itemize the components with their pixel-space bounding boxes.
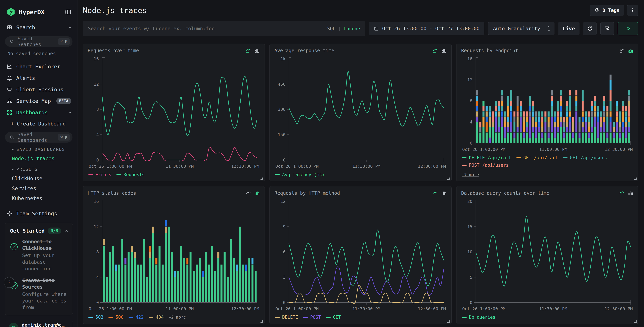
legend-item[interactable]: 503 (88, 315, 104, 320)
line-view-icon[interactable] (246, 48, 251, 53)
svg-text:Oct 26 1:00:00 PM: Oct 26 1:00:00 PM (89, 164, 132, 169)
saved-searches-input[interactable]: Saved Searches ⌘ K (5, 36, 72, 47)
legend-item[interactable]: POST /api/users (462, 163, 509, 168)
preset-item-clickhouse[interactable]: ClickHouse (0, 174, 78, 184)
chevron-up-icon (69, 112, 72, 114)
live-button[interactable]: Live (558, 22, 580, 35)
legend-item[interactable]: DELETE /api/cart (462, 155, 511, 160)
user-name: dominic.tran@c… (22, 322, 64, 327)
sidebar-item-chart-explorer[interactable]: Chart Explorer (0, 61, 78, 72)
get-started-step[interactable]: Create Data Sources Configure where your… (10, 277, 68, 311)
line-view-icon[interactable] (619, 190, 624, 196)
legend-item[interactable]: GET (326, 315, 341, 320)
legend-item[interactable]: GET /api/users (563, 155, 607, 160)
chart-legend: 503500422404+2 more (88, 313, 260, 322)
legend-item[interactable]: 404 (149, 315, 164, 320)
lucene-toggle[interactable]: Lucene (344, 26, 360, 31)
resize-handle[interactable] (260, 178, 263, 180)
legend-item[interactable]: GET /api/cart (516, 155, 558, 160)
bar-view-icon[interactable] (441, 190, 447, 196)
resize-handle[interactable] (260, 320, 263, 322)
bar-view-icon[interactable] (254, 190, 260, 196)
legend-label: GET /api/cart (524, 155, 558, 160)
get-started-step[interactable]: Connect to ClickHouse Set up your databa… (10, 238, 68, 272)
chevron-down-icon (12, 148, 14, 150)
help-button[interactable]: ? (4, 277, 14, 288)
sidebar-item-label: Alerts (16, 75, 71, 81)
run-query-button[interactable] (618, 22, 638, 35)
line-view-icon[interactable] (246, 190, 251, 196)
sidebar-item-search[interactable]: Search (0, 22, 78, 33)
bar-view-icon[interactable] (441, 48, 447, 53)
legend-swatch (516, 158, 521, 158)
legend-item[interactable]: Avg latency (ms) (275, 172, 324, 177)
resize-handle[interactable] (447, 178, 450, 180)
sidebar-item-label: Service Map (16, 98, 53, 104)
filter-button[interactable] (600, 22, 614, 35)
legend-item[interactable]: 422 (128, 315, 144, 320)
sidebar-item-service-map[interactable]: Service Map BETA (0, 95, 78, 107)
legend-more-link[interactable]: +2 more (169, 315, 186, 320)
sidebar-item-team-settings[interactable]: Team Settings (0, 208, 78, 219)
chart-panel-requests-over-time: Requests over time 1612840Oct 26 1:00:00… (83, 44, 265, 182)
legend-item[interactable]: Requests (116, 172, 144, 177)
select-chevrons-icon (548, 26, 550, 31)
svg-text:8: 8 (96, 107, 99, 112)
date-range-picker[interactable]: Oct 26 13:00:00 - Oct 27 13:00:00 (369, 22, 484, 35)
resize-handle[interactable] (447, 320, 450, 322)
refresh-button[interactable] (583, 22, 597, 35)
legend-item[interactable]: DELETE (275, 315, 298, 320)
tags-button[interactable]: 0 Tags (590, 5, 624, 16)
chart-legend: DELETEPOSTGET (274, 313, 446, 322)
user-menu[interactable]: D dominic.tran@c… dominic.tran@cli… (5, 320, 73, 327)
legend-label: Requests (124, 172, 144, 177)
resize-handle[interactable] (634, 178, 636, 180)
bar-view-icon[interactable] (628, 190, 633, 196)
chart-plot: 129630Oct 26 1:00:00 PM11:30:00 PM12:30:… (274, 196, 446, 313)
dashboard-item-nodejs-traces[interactable]: Node.js traces (0, 154, 78, 164)
sidebar-item-client-sessions[interactable]: Client Sessions (0, 84, 78, 95)
chart-title: Requests over time (88, 48, 246, 53)
svg-text:11:30:00 PM: 11:30:00 PM (352, 164, 380, 169)
svg-text:12: 12 (467, 78, 472, 82)
legend-swatch (275, 317, 280, 318)
legend-swatch (275, 174, 280, 175)
granularity-select[interactable]: Auto Granularity (488, 22, 554, 35)
create-dashboard-button[interactable]: + Create Dashboard (0, 118, 78, 129)
saved-dashboards-group-header[interactable]: SAVED DASHBOARDS (0, 144, 78, 154)
sidebar-item-dashboards[interactable]: Dashboards (0, 107, 78, 118)
play-icon (625, 26, 631, 32)
preset-item-services[interactable]: Services (0, 184, 78, 194)
sidebar-item-alerts[interactable]: Alerts (0, 72, 78, 84)
bar-view-icon[interactable] (254, 48, 260, 53)
legend-item[interactable]: Db queries (462, 315, 496, 320)
preset-item-kubernetes[interactable]: Kubernetes (0, 194, 78, 203)
legend-swatch (462, 317, 466, 318)
get-started-progress-badge: 3/3 (48, 228, 61, 234)
chevron-up-icon[interactable] (66, 230, 68, 232)
legend-item[interactable]: POST (303, 315, 321, 320)
svg-text:Oct 26 1:00:00 PM: Oct 26 1:00:00 PM (462, 306, 506, 311)
question-mark-icon: ? (8, 280, 11, 286)
events-search-input[interactable]: Search your events w/ Lucene ex. column:… (83, 21, 365, 36)
line-view-icon[interactable] (432, 190, 438, 196)
dashboard-menu-button[interactable] (627, 5, 638, 16)
main-content: Node.js traces 0 Tags Search your events… (78, 0, 644, 327)
sql-toggle[interactable]: SQL (327, 26, 336, 31)
page-title: Node.js traces (83, 6, 590, 15)
svg-text:0: 0 (470, 300, 472, 305)
saved-dashboards-input[interactable]: Saved Dashboards ⌘ K (5, 132, 72, 142)
svg-text:12: 12 (94, 82, 99, 87)
chart-plot: 1612840Oct 26 1:00:00 PM11:30:00 PM12:30… (88, 54, 260, 170)
legend-more-link[interactable]: +7 more (462, 172, 479, 177)
legend-swatch (303, 317, 308, 318)
legend-item[interactable]: Errors (88, 172, 111, 177)
presets-group-header[interactable]: PRESETS (0, 164, 78, 174)
line-view-icon[interactable] (432, 48, 438, 53)
collapse-sidebar-icon[interactable] (65, 8, 72, 15)
line-view-icon[interactable] (619, 48, 624, 53)
legend-item[interactable]: 500 (108, 315, 124, 320)
bar-view-icon[interactable] (628, 48, 633, 53)
chart-panel-requests-by-endpoint: Requests by endpoint 1612840Oct 26 1:00:… (456, 44, 638, 182)
resize-handle[interactable] (634, 320, 636, 322)
